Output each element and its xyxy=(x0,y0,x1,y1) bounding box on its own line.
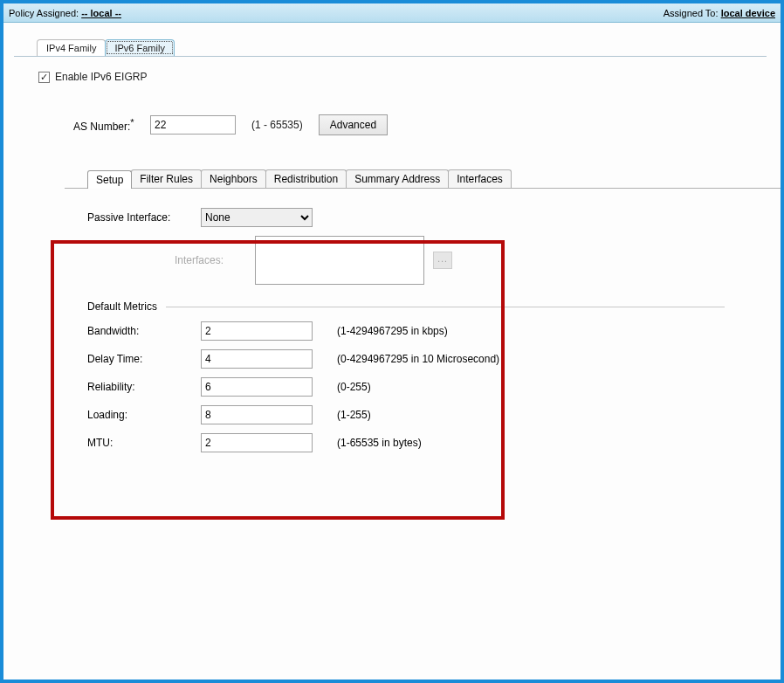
passive-interface-select[interactable]: None xyxy=(201,208,313,227)
reliability-input[interactable] xyxy=(201,377,313,397)
subtab-container: Setup Filter Rules Neighbors Redistribut… xyxy=(38,169,760,452)
subtab-redistribution[interactable]: Redistribution xyxy=(265,169,347,188)
enable-eigrp-label: Enable IPv6 EIGRP xyxy=(55,71,147,83)
delay-time-row: Delay Time: (0-4294967295 in 10 Microsec… xyxy=(87,349,760,369)
subtab-strip: Setup Filter Rules Neighbors Redistribut… xyxy=(87,169,760,188)
interfaces-row: Interfaces: ... xyxy=(175,236,760,285)
delay-time-label: Delay Time: xyxy=(87,353,201,365)
default-metrics-header: Default Metrics xyxy=(87,300,760,313)
assigned-to: Assigned To: local device xyxy=(664,8,775,18)
policy-assigned-value[interactable]: -- local -- xyxy=(81,8,121,18)
loading-input[interactable] xyxy=(201,405,313,424)
mtu-label: MTU: xyxy=(87,437,201,449)
as-number-hint: (1 - 65535) xyxy=(251,119,303,131)
mtu-row: MTU: (1-65535 in bytes) xyxy=(87,433,760,452)
passive-interface-label: Passive Interface: xyxy=(87,211,201,224)
mtu-hint: (1-65535 in bytes) xyxy=(337,437,422,449)
delay-time-input[interactable] xyxy=(201,349,313,369)
delay-time-hint: (0-4294967295 in 10 Microsecond) xyxy=(337,353,499,365)
as-number-row: AS Number:* (1 - 65535) Advanced xyxy=(73,114,760,135)
assigned-to-value[interactable]: local device xyxy=(721,8,775,18)
enable-eigrp-checkbox[interactable]: ✓ xyxy=(38,72,50,83)
subtab-neighbors[interactable]: Neighbors xyxy=(201,169,266,188)
tab-ipv4-family[interactable]: IPv4 Family xyxy=(37,39,106,56)
window-header: Policy Assigned: -- local -- Assigned To… xyxy=(3,3,781,23)
interfaces-listbox[interactable] xyxy=(255,236,424,285)
default-metrics-title: Default Metrics xyxy=(87,300,157,313)
interfaces-browse-button[interactable]: ... xyxy=(433,252,452,269)
reliability-row: Reliability: (0-255) xyxy=(87,377,760,397)
setup-section: Passive Interface: None Interfaces: ... … xyxy=(87,189,760,452)
bandwidth-hint: (1-4294967295 in kbps) xyxy=(337,325,448,337)
subtab-setup[interactable]: Setup xyxy=(87,170,132,189)
policy-assigned: Policy Assigned: -- local -- xyxy=(9,8,121,18)
ipv6-panel: ✓ Enable IPv6 EIGRP AS Number:* (1 - 655… xyxy=(3,57,781,452)
tab-ipv6-family[interactable]: IPv6 Family xyxy=(105,39,174,56)
loading-label: Loading: xyxy=(87,409,201,421)
assigned-to-label: Assigned To: xyxy=(664,8,719,18)
family-tabstrip: IPv4 Family IPv6 Family xyxy=(37,35,781,56)
mtu-input[interactable] xyxy=(201,433,313,452)
group-divider xyxy=(166,307,725,307)
as-number-input[interactable] xyxy=(150,115,236,135)
as-number-label: AS Number:* xyxy=(73,117,150,133)
app-window: Policy Assigned: -- local -- Assigned To… xyxy=(0,0,784,683)
bandwidth-input[interactable] xyxy=(201,321,313,341)
policy-assigned-label: Policy Assigned: xyxy=(9,8,79,18)
interfaces-label: Interfaces: xyxy=(175,254,224,266)
bandwidth-label: Bandwidth: xyxy=(87,325,201,337)
loading-hint: (1-255) xyxy=(337,409,371,421)
subtab-summary-address[interactable]: Summary Address xyxy=(346,169,449,188)
passive-interface-row: Passive Interface: None xyxy=(87,208,760,227)
check-icon: ✓ xyxy=(40,72,48,82)
subtab-interfaces[interactable]: Interfaces xyxy=(448,169,512,188)
content-area: IPv4 Family IPv6 Family ✓ Enable IPv6 EI… xyxy=(3,23,781,452)
loading-row: Loading: (1-255) xyxy=(87,405,760,424)
bandwidth-row: Bandwidth: (1-4294967295 in kbps) xyxy=(87,321,760,341)
reliability-hint: (0-255) xyxy=(337,381,371,393)
enable-eigrp-row: ✓ Enable IPv6 EIGRP xyxy=(38,71,760,83)
subtab-filter-rules[interactable]: Filter Rules xyxy=(131,169,202,188)
reliability-label: Reliability: xyxy=(87,381,201,393)
advanced-button[interactable]: Advanced xyxy=(319,114,388,135)
